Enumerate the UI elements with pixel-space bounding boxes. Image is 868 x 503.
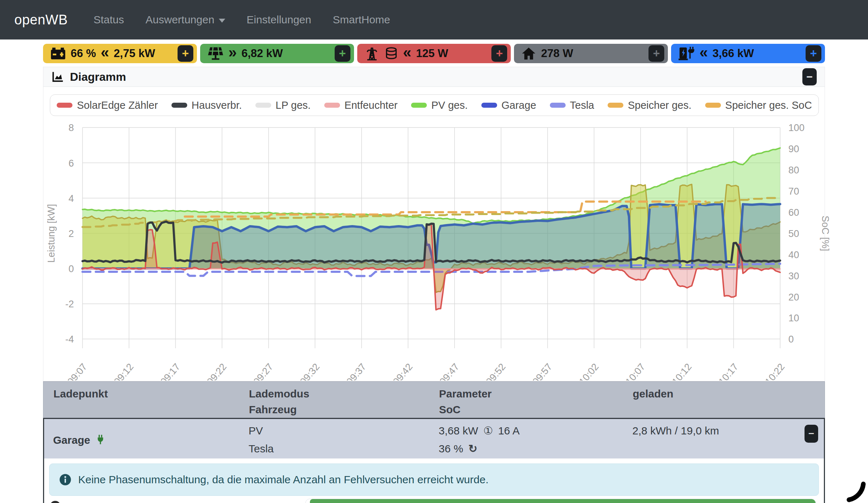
house-expand-button[interactable]: +	[648, 45, 664, 62]
legend-swatch	[705, 103, 721, 108]
nav-item-auswertungen[interactable]: Auswertungen	[146, 14, 225, 26]
table-header-col-2: ParameterSoC	[439, 386, 633, 418]
soc-refresh-icon[interactable]: ↻	[468, 443, 477, 455]
table-header-label: Parameter	[439, 386, 633, 402]
chargepoint-row: Garage PV Tesla 3,68 kW ① 16 A 36 % ↻ 2,…	[44, 419, 824, 458]
house-badge[interactable]: 278 W+	[514, 44, 668, 63]
legend-swatch	[481, 103, 497, 108]
chargepoint-card: Garage PV Tesla 3,68 kW ① 16 A 36 % ↻ 2,…	[43, 418, 825, 503]
battery-expand-button[interactable]: +	[178, 45, 193, 62]
legend-item[interactable]: LP ges.	[255, 99, 311, 111]
chargepoint-name-cell: Garage	[53, 422, 249, 458]
nav-links: StatusAuswertungenEinstellungenSmartHome	[94, 14, 412, 26]
car-battery-icon	[50, 47, 66, 60]
alert-text: Keine Phasenumschaltung, da die maximale…	[78, 474, 489, 486]
fahrzeug-value: Tesla	[249, 440, 439, 458]
parameter-line: 3,68 kW ① 16 A	[439, 422, 632, 440]
soc-line: 36 % ↻	[439, 440, 632, 458]
nav-item-status[interactable]: Status	[94, 14, 124, 26]
legend-item[interactable]: Garage	[481, 99, 536, 111]
status-badges-row: 66 %«2,75 kW+»6,82 kW+«125 W+278 W+«3,66…	[43, 44, 825, 63]
legend-item[interactable]: PV ges.	[411, 99, 468, 111]
coins-icon	[384, 46, 398, 61]
phase-switch-alert: Keine Phasenumschaltung, da die maximale…	[49, 464, 819, 496]
legend-label: SolarEdge Zähler	[77, 99, 158, 111]
table-header-col-3: geladen	[633, 386, 798, 418]
legend-label: Entfeuchter	[344, 99, 397, 111]
legend-label: Speicher ges. SoC	[725, 99, 812, 111]
legend-swatch	[57, 103, 72, 108]
info-icon	[59, 473, 72, 486]
partial-icon	[50, 501, 61, 503]
legend-item[interactable]: Speicher ges. SoC	[705, 99, 812, 111]
phases-icon: ①	[483, 425, 493, 437]
legend-label: Garage	[501, 99, 536, 111]
legend-swatch	[550, 103, 566, 108]
table-header-label: SoC	[439, 402, 633, 418]
diagram-title: Diagramm	[70, 70, 126, 84]
parameter-power: 3,68 kW	[439, 425, 478, 437]
lademodus-value: PV	[249, 422, 439, 440]
legend-swatch	[608, 103, 623, 108]
legend-item[interactable]: Tesla	[550, 99, 594, 111]
navbar: openWB StatusAuswertungenEinstellungenSm…	[0, 0, 868, 39]
nav-item-einstellungen[interactable]: Einstellungen	[247, 14, 311, 26]
pv-badge-value: 6,82 kW	[241, 47, 283, 60]
vehicle-soc: 36 %	[439, 443, 463, 455]
chevron-down-icon	[219, 19, 225, 23]
parameter-current: 16 A	[498, 425, 520, 437]
chargepoint-badge-value: 3,66 kW	[713, 47, 754, 60]
legend-label: Speicher ges.	[628, 99, 691, 111]
grid-badge-value: 125 W	[416, 47, 448, 60]
brand-logo[interactable]: openWB	[14, 12, 68, 28]
parameter-cell: 3,68 kW ① 16 A 36 % ↻	[439, 422, 632, 458]
table-header-col-1: LademodusFahrzeug	[249, 386, 439, 418]
chargepoint-expand-button[interactable]: +	[806, 45, 821, 62]
chart-area-icon	[51, 70, 64, 83]
pv-badge[interactable]: »6,82 kW+	[200, 44, 354, 63]
angles-left-icon: «	[699, 46, 708, 59]
table-header-label: Lademodus	[249, 386, 439, 402]
diagram-card: Diagramm − SolarEdge ZählerHausverbr.LP …	[43, 67, 825, 381]
row-collapse-button[interactable]: −	[805, 425, 818, 443]
angles-right-icon: »	[228, 46, 237, 59]
geladen-cell: 2,8 kWh / 19,0 km	[632, 422, 797, 458]
legend-label: Hausverbr.	[192, 99, 242, 111]
chargepoint-name: Garage	[53, 431, 90, 449]
legend-item[interactable]: SolarEdge Zähler	[57, 99, 158, 111]
legend-swatch	[411, 103, 427, 108]
table-header-label: Ladepunkt	[53, 386, 249, 402]
battery-badge[interactable]: 66 %«2,75 kW+	[43, 44, 197, 63]
loading-spinner-arc	[841, 478, 868, 503]
legend-item[interactable]: Hausverbr.	[171, 99, 242, 111]
battery-badge-value: 2,75 kW	[114, 47, 155, 60]
chargepoint-table-header: LadepunktLademodusFahrzeugParameterSoCge…	[43, 381, 825, 418]
legend-label: PV ges.	[431, 99, 468, 111]
table-header-label: Fahrzeug	[249, 402, 439, 418]
legend-label: Tesla	[570, 99, 594, 111]
house-badge-value: 278 W	[541, 47, 573, 60]
plug-icon	[95, 434, 106, 446]
diagram-collapse-button[interactable]: −	[802, 68, 817, 85]
legend-swatch	[171, 103, 187, 108]
grid-expand-button[interactable]: +	[491, 45, 507, 62]
grid-badge[interactable]: «125 W+	[357, 44, 511, 63]
transmission-tower-icon	[364, 46, 379, 61]
legend-item[interactable]: Speicher ges.	[608, 99, 691, 111]
angles-left-icon: «	[403, 46, 411, 59]
battery-badge-value: 66 %	[71, 47, 96, 60]
progress-track	[305, 499, 816, 503]
diagram-card-header: Diagramm −	[43, 67, 825, 87]
progress-bar	[310, 499, 816, 503]
angles-left-icon: «	[101, 46, 109, 59]
chargepoint-badge[interactable]: «3,66 kW+	[671, 44, 825, 63]
charging-station-icon	[678, 46, 695, 61]
legend-item[interactable]: Entfeuchter	[324, 99, 397, 111]
pv-expand-button[interactable]: +	[335, 45, 350, 62]
legend-label: LP ges.	[275, 99, 311, 111]
geladen-value: 2,8 kWh / 19,0 km	[632, 422, 797, 440]
chart-legend: SolarEdge ZählerHausverbr.LP ges.Entfeuc…	[50, 94, 819, 116]
house-icon	[521, 46, 536, 61]
nav-item-smarthome[interactable]: SmartHome	[333, 14, 390, 26]
table-header-col-0: Ladepunkt	[53, 386, 249, 418]
